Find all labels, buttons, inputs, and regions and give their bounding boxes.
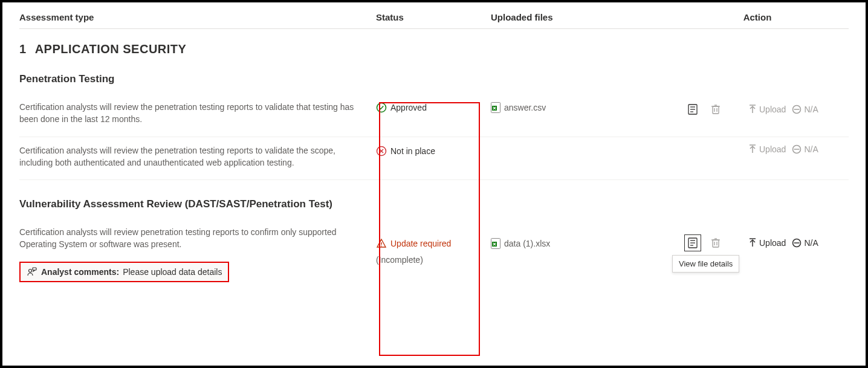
status-label: Not in place xyxy=(390,146,435,156)
uploaded-file[interactable]: data (1).xlsx xyxy=(491,237,666,249)
analyst-comments-text: Please upload data details xyxy=(123,267,222,277)
tooltip-view-file-details: View file details xyxy=(672,255,739,273)
upload-label: Upload xyxy=(759,105,786,114)
na-label: N/A xyxy=(804,105,818,114)
uploaded-file[interactable]: answer.csv xyxy=(491,101,666,113)
svg-point-21 xyxy=(29,269,32,272)
svg-rect-7 xyxy=(713,106,719,114)
na-button[interactable]: N/A xyxy=(792,238,818,248)
subsection-penetration-testing: Penetration Testing xyxy=(19,73,849,85)
upload-label: Upload xyxy=(759,238,786,248)
upload-button: Upload xyxy=(748,105,786,114)
na-icon xyxy=(792,144,802,154)
table-header: Assessment type Status Uploaded files Ac… xyxy=(19,12,849,29)
x-circle-icon xyxy=(376,146,387,157)
person-feedback-icon xyxy=(27,266,37,277)
subsection-vulnerability-assessment: Vulnerability Assessment Review (DAST/SA… xyxy=(19,198,849,210)
col-header-assessment: Assessment type xyxy=(19,12,376,22)
view-file-details-button[interactable]: View file details xyxy=(684,234,701,251)
upload-button[interactable]: Upload xyxy=(748,238,786,248)
table-row: Certification analysts will review the p… xyxy=(19,137,849,181)
na-icon xyxy=(792,238,802,248)
upload-label: Upload xyxy=(759,144,786,154)
row-description: Certification analysts will review the p… xyxy=(19,144,358,169)
na-label: N/A xyxy=(804,144,818,154)
status-sub-label: (Incomplete) xyxy=(376,255,491,265)
excel-file-icon xyxy=(491,238,500,249)
na-button: N/A xyxy=(792,105,818,114)
checkmark-circle-icon xyxy=(376,102,387,113)
section-title: 1APPLICATION SECURITY xyxy=(19,42,849,56)
col-header-files: Uploaded files xyxy=(491,12,666,22)
status-label: Update required xyxy=(390,239,451,248)
file-name: answer.csv xyxy=(504,103,546,112)
row-description: Certification analysts will review penet… xyxy=(19,226,358,251)
svg-point-24 xyxy=(381,245,382,247)
status-approved: Approved xyxy=(376,101,491,113)
status-label: Approved xyxy=(390,103,427,112)
row-description: Certification analysts will review the p… xyxy=(19,101,358,126)
na-icon xyxy=(792,105,802,114)
table-row: Certification analysts will review the p… xyxy=(19,94,849,137)
excel-file-icon xyxy=(491,102,500,113)
warning-icon xyxy=(376,238,387,249)
status-update-required: Update required xyxy=(376,237,491,249)
status-not-in-place: Not in place xyxy=(376,144,491,157)
upload-icon xyxy=(748,144,757,154)
analyst-comments-box: Analyst comments: Please upload data det… xyxy=(19,262,229,282)
section-name: APPLICATION SECURITY xyxy=(35,42,187,56)
na-label: N/A xyxy=(804,238,818,248)
col-header-status: Status xyxy=(376,12,491,22)
view-file-details-button[interactable] xyxy=(684,101,701,118)
svg-rect-31 xyxy=(713,240,719,247)
analyst-comments-label: Analyst comments: xyxy=(41,267,119,277)
upload-icon xyxy=(748,238,757,248)
delete-button xyxy=(707,234,724,251)
table-row: Certification analysts will review penet… xyxy=(19,219,849,293)
upload-button: Upload xyxy=(748,144,786,154)
delete-button xyxy=(707,101,724,118)
svg-rect-22 xyxy=(33,268,36,270)
col-header-action: Action xyxy=(666,12,849,22)
file-name: data (1).xlsx xyxy=(504,239,550,248)
na-button: N/A xyxy=(792,144,818,154)
section-number: 1 xyxy=(19,42,27,56)
upload-icon xyxy=(748,105,757,114)
